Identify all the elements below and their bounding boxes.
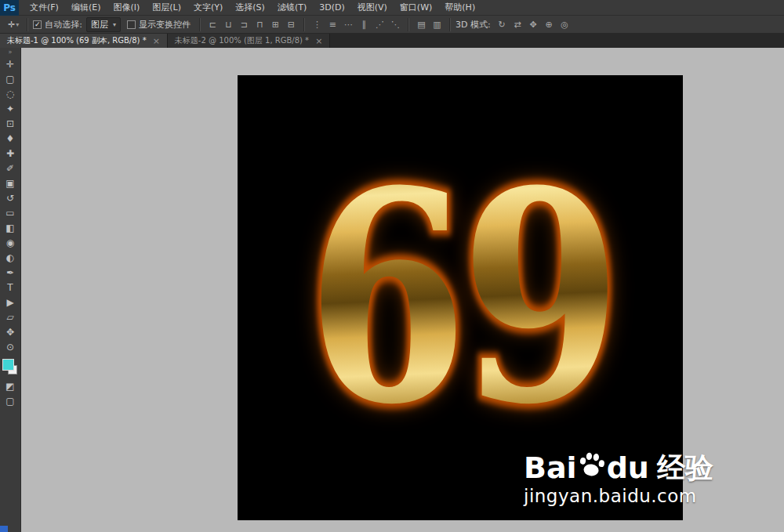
paw-icon	[575, 450, 607, 480]
rectangle-tool[interactable]: ▱	[0, 309, 21, 324]
align-horizontal-centers-button[interactable]: ⊔	[221, 18, 236, 31]
photoshop-logo: Ps	[0, 0, 19, 16]
taskbar-fragment	[0, 526, 8, 532]
dodge-tool[interactable]: ◐	[0, 250, 21, 265]
distribute-left-edges-button[interactable]: ∥	[357, 18, 372, 31]
screen-mode-button[interactable]: ▢	[0, 393, 21, 408]
auto-align-layers-button[interactable]: ▤	[414, 18, 429, 31]
chevron-down-icon: ▾	[16, 21, 19, 28]
align-right-edges-button[interactable]: ⊐	[237, 18, 252, 31]
align-vertical-centers-button[interactable]: ⊞	[268, 18, 283, 31]
brush-tool[interactable]: ✐	[0, 161, 21, 176]
menu-bar: Ps 文件(F) 编辑(E) 图像(I) 图层(L) 文字(Y) 选择(S) 滤…	[0, 0, 784, 16]
eyedropper-tool[interactable]: ♦	[0, 131, 21, 146]
close-icon[interactable]: ×	[315, 36, 322, 46]
crop-tool[interactable]: ⊡	[0, 116, 21, 131]
distribute-button-group: ⋮ ≡ ⋯ ∥ ⋰ ⋱	[310, 18, 403, 31]
document-tab-bar: 未标题-1 @ 100% (69 副本, RGB/8) * × 未标题-2 @ …	[0, 34, 784, 48]
rectangular-marquee-tool[interactable]: ▢	[0, 71, 21, 86]
chevron-down-icon: ▾	[113, 21, 116, 28]
gradient-tool[interactable]: ◧	[0, 220, 21, 235]
menu-view[interactable]: 视图(V)	[351, 0, 394, 16]
mode-3d-button-group: ↻ ⇄ ✥ ⊕ ◎	[495, 18, 572, 31]
brand-text-cn: 经验	[657, 454, 713, 482]
auto-select-label: 自动选择:	[45, 19, 82, 31]
path-selection-tool[interactable]: ▶	[0, 295, 21, 309]
menu-filter[interactable]: 滤镜(T)	[271, 0, 313, 16]
divider	[27, 18, 28, 31]
move-tool-icon: ✛	[8, 20, 15, 30]
distribute-vertical-centers-button[interactable]: ≡	[325, 18, 340, 31]
dropdown-value: 图层	[91, 19, 108, 31]
tab-title: 未标题-1 @ 100% (69 副本, RGB/8) *	[7, 35, 147, 46]
baidu-jingyan-watermark: Bai du 经验 jingyan.baidu.com	[524, 453, 713, 506]
gold-text-69: 69 69	[307, 153, 615, 443]
auto-select-checkbox[interactable]: ✓	[33, 20, 42, 29]
blur-tool[interactable]: ◉	[0, 235, 21, 250]
3d-roll-button[interactable]: ⇄	[510, 18, 525, 31]
document-tab-1[interactable]: 未标题-1 @ 100% (69 副本, RGB/8) * ×	[0, 34, 168, 48]
zoom-tool[interactable]: ⊙	[0, 339, 21, 354]
auto-select-target-dropdown[interactable]: 图层 ▾	[86, 17, 121, 32]
menu-help[interactable]: 帮助(H)	[438, 0, 481, 16]
move-tool[interactable]: ✛	[0, 56, 21, 71]
document-tab-2[interactable]: 未标题-2 @ 100% (图层 1, RGB/8) * ×	[168, 34, 330, 48]
show-transform-label: 显示变换控件	[139, 19, 191, 31]
check-icon: ✓	[34, 21, 41, 28]
watermark-brand: Bai du 经验	[524, 453, 713, 483]
menu-3d[interactable]: 3D(D)	[313, 0, 351, 16]
brand-text-left: Bai	[524, 453, 577, 483]
align-left-edges-button[interactable]: ⊏	[205, 18, 220, 31]
options-bar: ✛ ▾ ✓ 自动选择: 图层 ▾ ✓ 显示变换控件 ⊏ ⊔ ⊐ ⊓ ⊞ ⊟ ⋮ …	[0, 16, 784, 34]
spot-healing-brush-tool[interactable]: ✚	[0, 146, 21, 161]
quick-mask-mode-button[interactable]: ◩	[0, 378, 21, 393]
tools-panel: » ✛ ▢ ◌ ✦ ⊡ ♦ ✚ ✐ ▣ ↺ ▭ ◧ ◉ ◐ ✒ T ▶ ▱ ✥ …	[0, 48, 21, 532]
divider	[408, 18, 409, 31]
quick-selection-tool[interactable]: ✦	[0, 101, 21, 116]
menu-edit[interactable]: 编辑(E)	[65, 0, 107, 16]
3d-slide-button[interactable]: ⊕	[542, 18, 557, 31]
horizontal-type-tool[interactable]: T	[0, 280, 21, 295]
close-icon[interactable]: ×	[153, 36, 160, 46]
color-swatches	[0, 356, 21, 378]
menu-select[interactable]: 选择(S)	[229, 0, 271, 16]
align-top-edges-button[interactable]: ⊓	[252, 18, 267, 31]
pen-tool[interactable]: ✒	[0, 265, 21, 280]
auto-blend-layers-button[interactable]: ▥	[430, 18, 445, 31]
3d-pan-button[interactable]: ✥	[526, 18, 541, 31]
mode-3d-label: 3D 模式:	[456, 19, 491, 31]
clone-stamp-tool[interactable]: ▣	[0, 176, 21, 190]
align-bottom-edges-button[interactable]: ⊟	[284, 18, 299, 31]
auto-align-group: ▤ ▥	[414, 18, 445, 31]
distribute-top-edges-button[interactable]: ⋮	[310, 18, 325, 31]
lasso-tool[interactable]: ◌	[0, 86, 21, 101]
collapse-panel-icon[interactable]: »	[0, 48, 21, 56]
history-brush-tool[interactable]: ↺	[0, 190, 21, 205]
menu-layer[interactable]: 图层(L)	[146, 0, 187, 16]
hand-tool[interactable]: ✥	[0, 324, 21, 339]
eraser-tool[interactable]: ▭	[0, 205, 21, 220]
divider	[303, 18, 305, 31]
watermark-url: jingyan.baidu.com	[524, 486, 713, 506]
tab-title: 未标题-2 @ 100% (图层 1, RGB/8) *	[175, 35, 309, 46]
align-button-group: ⊏ ⊔ ⊐ ⊓ ⊞ ⊟	[205, 18, 299, 31]
menu-file[interactable]: 文件(F)	[24, 0, 65, 16]
menu-type[interactable]: 文字(Y)	[187, 0, 229, 16]
divider	[199, 18, 201, 31]
divider	[449, 18, 451, 31]
distribute-right-edges-button[interactable]: ⋱	[388, 18, 403, 31]
show-transform-checkbox[interactable]: ✓	[127, 20, 136, 29]
menu-window[interactable]: 窗口(W)	[394, 0, 438, 16]
distribute-horizontal-centers-button[interactable]: ⋰	[372, 18, 387, 31]
brand-text-right: du	[607, 453, 649, 483]
distribute-bottom-edges-button[interactable]: ⋯	[341, 18, 356, 31]
foreground-color-swatch[interactable]	[2, 359, 14, 371]
gold-text-face: 69	[307, 128, 615, 468]
menu-image[interactable]: 图像(I)	[107, 0, 146, 16]
3d-scale-button[interactable]: ◎	[557, 18, 572, 31]
tool-preset-picker[interactable]: ✛ ▾	[5, 20, 22, 30]
3d-rotate-button[interactable]: ↻	[495, 18, 510, 31]
